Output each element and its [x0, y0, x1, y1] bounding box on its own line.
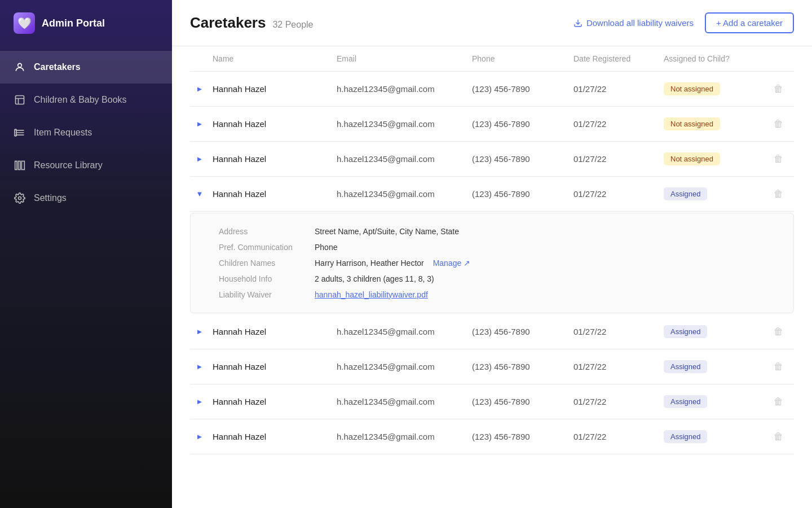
waiver-label: Liability Waiver	[219, 290, 315, 299]
row-phone-7: (123) 456-7890	[472, 397, 573, 406]
expand-chevron-3[interactable]: ►	[195, 154, 205, 164]
expand-chevron-5[interactable]: ►	[195, 327, 205, 337]
people-count: 32 People	[272, 20, 313, 30]
col-expand	[195, 54, 213, 63]
row-email-8: h.hazel12345@gmail.com	[337, 432, 472, 441]
delete-button-6[interactable]: 🗑	[767, 361, 789, 373]
row-email-1: h.hazel12345@gmail.com	[337, 84, 472, 94]
row-email-7: h.hazel12345@gmail.com	[337, 397, 472, 406]
svg-rect-5	[21, 161, 24, 170]
row-date-6: 01/27/22	[573, 362, 664, 371]
detail-address-row: Address Street Name, Apt/Suite, City Nam…	[219, 224, 775, 239]
sidebar-item-settings-label: Settings	[34, 193, 67, 203]
delete-button-7[interactable]: 🗑	[767, 396, 789, 408]
table-header: Name Email Phone Date Registered Assigne…	[190, 46, 794, 72]
row-date-7: 01/27/22	[573, 397, 664, 406]
detail-waiver-row: Liability Waiver hannah_hazel_liabilityw…	[219, 287, 775, 303]
household-value: 2 adults, 3 children (ages 11, 8, 3)	[315, 274, 775, 283]
delete-button-5[interactable]: 🗑	[767, 326, 789, 338]
sidebar-nav: Caretakers Children & Baby Books Item Re…	[0, 46, 172, 219]
header-actions: Download all liability waivers + Add a c…	[573, 12, 794, 33]
expand-chevron-2[interactable]: ►	[195, 119, 205, 129]
detail-comm-row: Pref. Communication Phone	[219, 239, 775, 255]
svg-rect-4	[19, 161, 20, 170]
status-badge-2: Not assigned	[664, 117, 720, 130]
status-badge-7: Assigned	[664, 395, 707, 408]
table-row: ► Hannah Hazel h.hazel12345@gmail.com (1…	[190, 419, 794, 454]
children-value-area: Harry Harrison, Heather Hector Manage ↗	[315, 259, 775, 268]
add-caretaker-button[interactable]: + Add a caretaker	[705, 12, 794, 33]
app-title: Admin Portal	[42, 17, 105, 29]
page-header: Caretakers 32 People Download all liabil…	[172, 0, 812, 46]
delete-button-2[interactable]: 🗑	[767, 119, 789, 130]
sidebar-item-children-baby-books[interactable]: Children & Baby Books	[0, 84, 172, 116]
row-phone-8: (123) 456-7890	[472, 432, 573, 441]
table-row: ▼ Hannah Hazel h.hazel12345@gmail.com (1…	[190, 177, 794, 212]
delete-button-8[interactable]: 🗑	[767, 431, 789, 443]
table-container: Name Email Phone Date Registered Assigne…	[172, 46, 812, 508]
row-date-4: 01/27/22	[573, 189, 664, 199]
status-badge-3: Not assigned	[664, 152, 720, 165]
children-value: Harry Harrison, Heather Hector	[315, 259, 424, 268]
logo-icon: 🤍	[14, 12, 35, 34]
row-date-1: 01/27/22	[573, 84, 664, 94]
header-left: Caretakers 32 People	[190, 14, 314, 32]
row-status-3: Not assigned	[664, 152, 767, 165]
table-row: ► Hannah Hazel h.hazel12345@gmail.com (1…	[190, 107, 794, 142]
svg-rect-3	[15, 161, 17, 170]
row-date-2: 01/27/22	[573, 119, 664, 129]
sidebar-item-settings[interactable]: Settings	[0, 182, 172, 214]
sidebar: 🤍 Admin Portal Caretakers Children & Bab…	[0, 0, 172, 508]
row-name-3: Hannah Hazel	[213, 154, 337, 164]
row-date-8: 01/27/22	[573, 432, 664, 441]
table-row: ► Hannah Hazel h.hazel12345@gmail.com (1…	[190, 314, 794, 349]
row-status-7: Assigned	[664, 395, 767, 408]
expand-chevron-6[interactable]: ►	[195, 362, 205, 372]
expand-chevron-7[interactable]: ►	[195, 397, 205, 407]
sidebar-item-item-requests[interactable]: Item Requests	[0, 116, 172, 149]
row-phone-5: (123) 456-7890	[472, 327, 573, 336]
row-name-2: Hannah Hazel	[213, 119, 337, 129]
row-status-4: Assigned	[664, 187, 767, 200]
svg-point-0	[18, 63, 22, 67]
gear-icon	[14, 192, 26, 204]
row-phone-1: (123) 456-7890	[472, 84, 573, 94]
household-label: Household Info	[219, 274, 315, 283]
col-delete	[767, 54, 789, 63]
row-email-5: h.hazel12345@gmail.com	[337, 327, 472, 336]
children-label: Children Names	[219, 259, 315, 268]
col-email: Email	[337, 54, 472, 63]
comm-label: Pref. Communication	[219, 243, 315, 252]
sidebar-item-caretakers[interactable]: Caretakers	[0, 51, 172, 84]
sidebar-item-library-label: Resource Library	[34, 160, 103, 170]
row-email-6: h.hazel12345@gmail.com	[337, 362, 472, 371]
row-phone-3: (123) 456-7890	[472, 154, 573, 164]
table-row: ► Hannah Hazel h.hazel12345@gmail.com (1…	[190, 349, 794, 384]
svg-point-6	[19, 197, 21, 200]
download-waivers-button[interactable]: Download all liability waivers	[573, 18, 694, 28]
waiver-link[interactable]: hannah_hazel_liabilitywaiver.pdf	[315, 290, 775, 299]
delete-button-1[interactable]: 🗑	[767, 84, 789, 95]
sidebar-item-resource-library[interactable]: Resource Library	[0, 149, 172, 182]
row-name-4: Hannah Hazel	[213, 189, 337, 199]
table-row: ► Hannah Hazel h.hazel12345@gmail.com (1…	[190, 142, 794, 177]
delete-button-3[interactable]: 🗑	[767, 154, 789, 165]
manage-link[interactable]: Manage ↗	[433, 259, 470, 268]
row-name-5: Hannah Hazel	[213, 327, 337, 336]
download-button-label: Download all liability waivers	[586, 18, 694, 28]
col-name: Name	[213, 54, 337, 63]
col-phone: Phone	[472, 54, 573, 63]
main-content: Caretakers 32 People Download all liabil…	[172, 0, 812, 508]
requests-icon	[14, 126, 26, 139]
logo-area: 🤍 Admin Portal	[0, 0, 172, 46]
row-status-2: Not assigned	[664, 117, 767, 130]
expand-chevron-4[interactable]: ▼	[195, 189, 205, 199]
expanded-detail-panel: Address Street Name, Apt/Suite, City Nam…	[190, 213, 794, 313]
page-title: Caretakers	[190, 14, 266, 32]
delete-button-4[interactable]: 🗑	[767, 189, 789, 200]
expand-chevron-8[interactable]: ►	[195, 432, 205, 442]
detail-household-row: Household Info 2 adults, 3 children (age…	[219, 271, 775, 287]
row-status-8: Assigned	[664, 430, 767, 443]
comm-value: Phone	[315, 243, 775, 252]
expand-chevron-1[interactable]: ►	[195, 84, 205, 94]
